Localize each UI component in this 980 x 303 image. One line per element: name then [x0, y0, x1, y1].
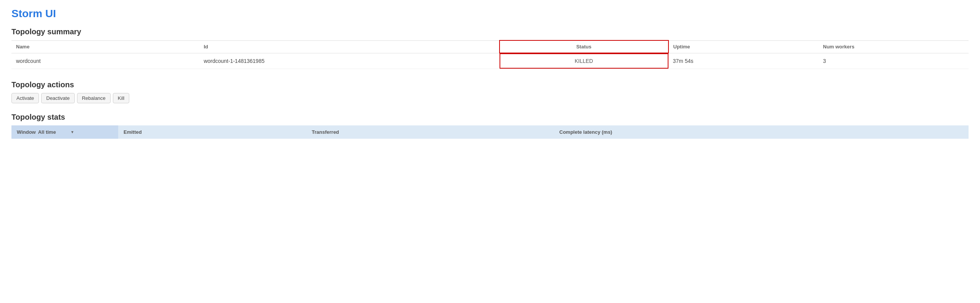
col-header-num-workers: Num workers: [818, 40, 969, 53]
col-header-name: Name: [11, 40, 199, 53]
activate-button[interactable]: Activate: [11, 93, 39, 103]
action-buttons-group: Activate Deactivate Rebalance Kill: [11, 93, 969, 103]
topology-stats-section: Topology stats Window All time Last 10 m…: [11, 113, 969, 139]
topology-actions-section: Topology actions Activate Deactivate Reb…: [11, 80, 969, 103]
cell-topology-status: KILLED: [500, 53, 668, 69]
topology-summary-table: Name Id Status Uptime Num workers wordco…: [11, 40, 969, 69]
col-header-window: Window All time Last 10 mins Last 3 hour…: [11, 125, 118, 139]
deactivate-button[interactable]: Deactivate: [41, 93, 74, 103]
cell-topology-name: wordcount: [11, 53, 199, 69]
cell-topology-id: wordcount-1-1481361985: [199, 53, 499, 69]
cell-topology-uptime: 37m 54s: [668, 53, 819, 69]
topology-actions-heading: Topology actions: [11, 80, 969, 89]
topology-summary-heading: Topology summary: [11, 27, 969, 36]
col-header-id: Id: [199, 40, 499, 53]
window-select[interactable]: All time Last 10 mins Last 3 hours Last …: [38, 129, 68, 135]
page-title: Storm UI: [11, 8, 969, 20]
window-label: Window: [17, 129, 36, 135]
dropdown-arrow-icon: ▼: [71, 130, 74, 134]
status-value: KILLED: [500, 53, 668, 69]
col-header-complete-latency: Complete latency (ms): [554, 125, 969, 139]
rebalance-button[interactable]: Rebalance: [77, 93, 111, 103]
col-header-emitted: Emitted: [118, 125, 307, 139]
topology-summary-section: Topology summary Name Id Status Uptime N…: [11, 27, 969, 69]
cell-topology-num-workers: 3: [818, 53, 969, 69]
topology-stats-table: Window All time Last 10 mins Last 3 hour…: [11, 125, 969, 139]
kill-button[interactable]: Kill: [113, 93, 129, 103]
col-header-status: Status: [500, 40, 668, 53]
table-row: wordcount wordcount-1-1481361985 KILLED …: [11, 53, 969, 69]
topology-stats-heading: Topology stats: [11, 113, 969, 122]
col-header-uptime: Uptime: [668, 40, 819, 53]
col-header-transferred: Transferred: [307, 125, 554, 139]
